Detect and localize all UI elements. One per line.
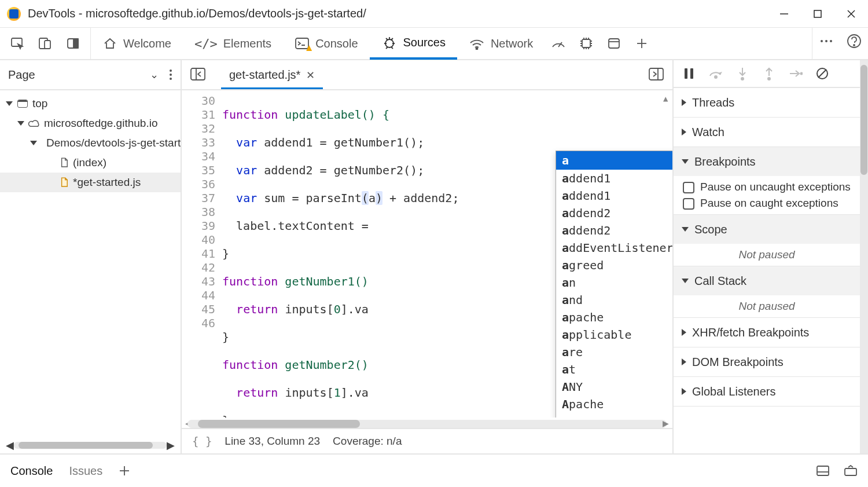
pause-icon[interactable]	[682, 66, 697, 81]
tab-network[interactable]: Network	[457, 27, 545, 60]
autocomplete-item[interactable]: addend1	[556, 187, 672, 204]
autocomplete-item[interactable]: apache	[556, 309, 672, 326]
console-icon	[295, 37, 310, 50]
editor-horizontal-scrollbar[interactable]: ◀ ▶	[187, 420, 667, 428]
performance-icon[interactable]	[545, 30, 572, 57]
autocomplete-item[interactable]: applicable	[556, 326, 672, 343]
svg-line-40	[818, 69, 826, 78]
drawer-add-tab-icon[interactable]	[119, 465, 130, 477]
tree-origin[interactable]: microsoftedge.github.io	[0, 113, 181, 133]
tree-file-index-label: (index)	[73, 156, 106, 169]
section-watch[interactable]: Watch	[674, 118, 860, 147]
drawer-bar: Console Issues	[0, 453, 868, 487]
svg-point-11	[476, 48, 477, 50]
dock-side-icon[interactable]	[59, 30, 87, 57]
autocomplete-item[interactable]: at	[556, 361, 672, 378]
tab-welcome[interactable]: Welcome	[91, 27, 183, 60]
scope-not-paused: Not paused	[674, 244, 860, 266]
wifi-icon	[469, 37, 485, 50]
sidebar-scroll-right-icon[interactable]: ▶	[167, 439, 175, 452]
sidebar-scroll-left-icon[interactable]: ◀	[6, 439, 14, 452]
file-icon	[60, 158, 68, 168]
editor-tab-label: get-started.js*	[229, 68, 300, 82]
section-dom-breakpoints[interactable]: DOM Breakpoints	[674, 347, 860, 376]
svg-point-18	[821, 40, 823, 42]
window-close-button[interactable]	[834, 0, 868, 28]
autocomplete-item[interactable]: Apache	[556, 396, 672, 413]
svg-point-22	[854, 45, 855, 46]
tree-file-js[interactable]: *get-started.js	[0, 173, 181, 192]
section-call-stack[interactable]: Call Stack	[674, 266, 860, 295]
section-global-listeners[interactable]: Global Listeners	[674, 377, 860, 406]
pretty-print-icon[interactable]: { }	[192, 435, 212, 448]
autocomplete-item[interactable]: addend2	[556, 222, 672, 239]
svg-rect-14	[609, 39, 619, 48]
autocomplete-item[interactable]: ANY	[556, 378, 672, 396]
svg-rect-6	[45, 41, 50, 49]
svg-point-32	[715, 76, 717, 78]
drawer-expand-icon[interactable]	[816, 465, 830, 477]
hide-navigator-icon[interactable]	[186, 63, 209, 86]
pause-uncaught-checkbox[interactable]: Pause on uncaught exceptions	[683, 181, 851, 193]
tab-console[interactable]: Console	[283, 27, 369, 60]
help-icon[interactable]	[840, 27, 868, 55]
drawer-tab-console[interactable]: Console	[10, 464, 53, 478]
autocomplete-item[interactable]: are	[556, 343, 672, 361]
page-panel-label[interactable]: Page	[8, 68, 35, 82]
deactivate-breakpoints-icon[interactable]	[815, 66, 830, 81]
line-number-gutter[interactable]: 3031323334353637383940414243444546	[182, 90, 222, 418]
editor-tab-get-started[interactable]: get-started.js* ✕	[221, 68, 323, 89]
cursor-position: Line 33, Column 23	[225, 435, 320, 448]
autocomplete-item[interactable]: addend2	[556, 204, 672, 222]
svg-rect-13	[582, 39, 590, 47]
step-icon[interactable]	[788, 66, 803, 81]
step-out-icon[interactable]	[762, 66, 777, 81]
autocomplete-item[interactable]: AS	[556, 413, 672, 418]
sidebar-scrollbar[interactable]	[14, 442, 167, 449]
page-panel-dropdown-icon[interactable]: ⌄	[150, 68, 159, 81]
more-options-icon[interactable]	[812, 27, 840, 55]
svg-rect-1	[814, 10, 821, 17]
window-maximize-button[interactable]	[801, 0, 834, 28]
step-over-icon[interactable]	[708, 66, 723, 81]
inspect-element-icon[interactable]	[3, 30, 31, 57]
autocomplete-item[interactable]: and	[556, 291, 672, 309]
drawer-collapse-icon[interactable]	[844, 465, 858, 477]
svg-rect-8	[73, 39, 78, 48]
tab-elements[interactable]: </> Elements	[183, 27, 283, 60]
window-minimize-button[interactable]	[767, 0, 801, 28]
bug-icon	[381, 35, 398, 50]
autocomplete-item[interactable]: agreed	[556, 257, 672, 274]
autocomplete-item[interactable]: atab	[556, 151, 672, 170]
step-into-icon[interactable]	[735, 66, 750, 81]
memory-icon[interactable]	[572, 30, 600, 57]
cloud-icon	[28, 119, 41, 127]
autocomplete-item[interactable]: addEventListener	[556, 239, 672, 257]
section-scope[interactable]: Scope	[674, 215, 860, 244]
autocomplete-item[interactable]: addend1	[556, 170, 672, 187]
drawer-tab-issues[interactable]: Issues	[69, 464, 102, 478]
tab-sources[interactable]: Sources	[370, 27, 457, 60]
pause-caught-checkbox[interactable]: Pause on caught exceptions	[683, 197, 851, 210]
svg-rect-31	[690, 68, 693, 79]
tree-file-index[interactable]: (index)	[0, 153, 181, 173]
application-icon[interactable]	[600, 30, 628, 57]
svg-point-19	[825, 40, 827, 42]
tree-top[interactable]: top	[0, 94, 181, 113]
window-titlebar: DevTools - microsoftedge.github.io/Demos…	[0, 0, 868, 28]
close-tab-icon[interactable]: ✕	[306, 69, 315, 82]
tab-elements-label: Elements	[223, 37, 271, 50]
editor-status-bar: { } Line 33, Column 23 Coverage: n/a	[182, 428, 672, 453]
page-panel-more-icon[interactable]	[169, 68, 172, 81]
tree-file-js-label: *get-started.js	[73, 176, 141, 189]
show-debugger-icon[interactable]	[645, 63, 668, 86]
tree-folder[interactable]: Demos/devtools-js-get-started	[0, 133, 181, 153]
section-breakpoints[interactable]: Breakpoints	[674, 147, 860, 176]
device-emulation-icon[interactable]	[31, 30, 59, 57]
autocomplete-item[interactable]: an	[556, 274, 672, 291]
svg-point-10	[385, 39, 393, 47]
section-threads[interactable]: Threads	[674, 88, 860, 117]
debugger-scrollbar[interactable]	[860, 60, 868, 453]
section-xhr-breakpoints[interactable]: XHR/fetch Breakpoints	[674, 318, 860, 347]
add-tab-icon[interactable]	[628, 30, 656, 57]
